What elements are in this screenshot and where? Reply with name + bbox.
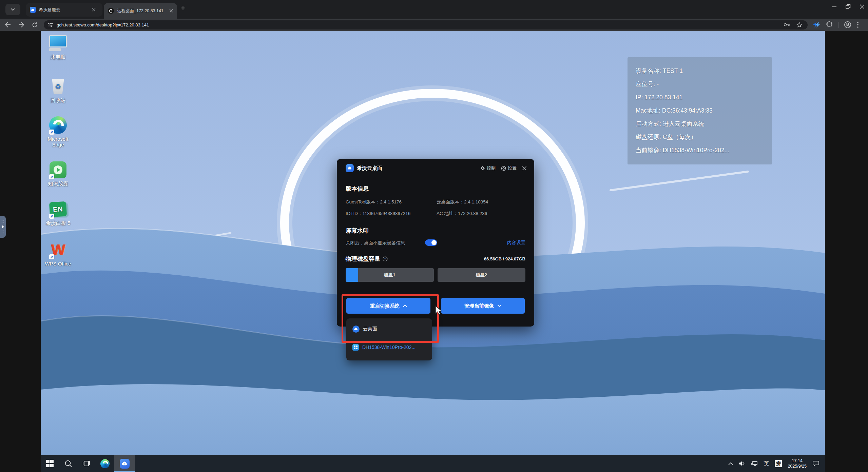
- taskbar-clock[interactable]: 17:14 2025/9/25: [788, 458, 807, 469]
- ime-mode-indicator[interactable]: 拼: [775, 460, 782, 467]
- desktop-icon-knowledge-capsule[interactable]: ↗ 知识胶囊: [43, 160, 73, 186]
- disk-restore: 磁盘还原: C盘（每次）: [636, 131, 764, 144]
- control-icon: [480, 166, 485, 171]
- help-icon[interactable]: ?: [383, 256, 388, 261]
- control-button[interactable]: 控制: [480, 165, 496, 171]
- search-button[interactable]: [59, 455, 77, 472]
- easinote-icon: EN↗: [49, 200, 67, 219]
- wps-icon: W↗: [49, 240, 67, 259]
- expand-arrow-icon: [1, 218, 5, 236]
- clock-time: 17:14: [788, 458, 807, 464]
- device-name: 设备名称: TEST-1: [636, 64, 764, 78]
- knowledge-capsule-icon: ↗: [49, 160, 67, 179]
- search-icon: [64, 460, 72, 468]
- action-center-icon[interactable]: [812, 460, 819, 467]
- site-settings-icon[interactable]: [48, 22, 53, 27]
- reload-button[interactable]: [32, 22, 38, 28]
- desktop-icon-easinote[interactable]: EN↗ 希沃白板 5: [43, 200, 73, 226]
- this-pc-icon: [49, 34, 67, 53]
- tab-search-button[interactable]: [5, 4, 20, 15]
- tab-remote-desktop[interactable]: 远程桌面_172.20.83.141: [104, 3, 177, 19]
- disk1-bar[interactable]: 磁盘1: [346, 268, 434, 282]
- tab-title: 希沃超能云: [39, 7, 90, 13]
- windows-logo-icon: [352, 344, 359, 351]
- icon-label: Microsoft Edge: [43, 136, 73, 148]
- cloud-desktop-version: 云桌面版本：2.4.1.10354: [437, 199, 488, 205]
- tab-title: 远程桌面_172.20.83.141: [117, 8, 167, 14]
- edge-icon: ↗: [49, 116, 67, 135]
- desktop-icon-recycle-bin[interactable]: ♻ 回收站: [43, 77, 73, 103]
- ac-address: AC 地址：172.20.88.236: [437, 211, 487, 217]
- network-display-icon[interactable]: [751, 461, 758, 466]
- dropdown-item-label: DH1538-Win10Pro-202...: [362, 345, 416, 350]
- close-dialog-icon[interactable]: [522, 166, 527, 171]
- watermark-toggle[interactable]: [425, 239, 437, 246]
- icon-label: 知识胶囊: [43, 181, 73, 186]
- chevron-down-icon: [497, 304, 501, 307]
- chevron-down-icon: [11, 7, 15, 12]
- content-settings-link[interactable]: 内容设置: [507, 240, 525, 246]
- iotid: IOTID：1189676594389897216: [346, 211, 410, 217]
- browser-menu-kebab-icon[interactable]: [857, 21, 859, 28]
- ime-language-indicator[interactable]: 英: [764, 460, 769, 467]
- desktop-icon-this-pc[interactable]: 此电脑: [43, 34, 73, 60]
- seat-number: 座位号: -: [636, 78, 764, 91]
- disk-heading: 物理磁盘容量: [346, 255, 380, 263]
- remote-desktop: 此电脑 ♻ 回收站 ↗ Microsoft Edge ↗ 知识胶囊 EN↗ 希沃…: [41, 31, 825, 472]
- seewo-cloud-app-icon: [120, 459, 130, 469]
- manage-current-image-button[interactable]: 管理当前镜像: [441, 298, 525, 314]
- clock-date: 2025/9/25: [788, 464, 807, 469]
- tab-close-icon[interactable]: [92, 7, 96, 13]
- tab-close-icon[interactable]: [169, 8, 173, 14]
- restore-button[interactable]: [846, 4, 851, 9]
- extensions-puzzle-icon[interactable]: [826, 21, 833, 28]
- tray-expand-chevron-icon[interactable]: [728, 462, 733, 465]
- disk1-used-fill: [346, 268, 358, 282]
- windows-taskbar: 英 拼 17:14 2025/9/25: [41, 455, 825, 472]
- url-text[interactable]: gch.test.seewo.com/desktop?ip=172.20.83.…: [57, 22, 784, 27]
- start-button[interactable]: [41, 455, 59, 472]
- current-image: 当前镜像: DH1538-Win10Pro-202...: [636, 144, 764, 157]
- new-tab-button[interactable]: [180, 5, 186, 12]
- guesttool-version: GuestTool版本：2.4.1.5176: [346, 199, 402, 205]
- task-view-icon: [82, 460, 91, 467]
- settings-button[interactable]: 设置: [501, 165, 517, 171]
- browser-tabstrip: 希沃超能云 远程桌面_172.20.83.141: [0, 0, 868, 19]
- desktop-icon-wps[interactable]: W↗ WPS Office: [43, 240, 73, 267]
- desktop-icon-edge[interactable]: ↗ Microsoft Edge: [43, 116, 73, 148]
- back-button[interactable]: [5, 22, 11, 27]
- svg-text:?: ?: [384, 257, 386, 261]
- bookmark-star-icon[interactable]: [796, 22, 802, 27]
- tab-seewo-cloud[interactable]: 希沃超能云: [26, 3, 102, 17]
- gear-icon: [501, 166, 506, 171]
- icon-label: 希沃白板 5: [43, 220, 73, 226]
- minimize-button[interactable]: [832, 4, 837, 9]
- edge-icon: [100, 459, 110, 468]
- ip-address: IP: 172.20.83.141: [636, 91, 764, 104]
- mouse-cursor: [435, 306, 442, 316]
- app-cloud-icon: [346, 164, 354, 172]
- volume-icon[interactable]: [739, 461, 745, 466]
- disk2-bar[interactable]: 磁盘2: [438, 268, 526, 282]
- close-window-button[interactable]: [860, 4, 865, 9]
- cloud-favicon-icon: [30, 7, 36, 13]
- url-bar[interactable]: gch.test.seewo.com/desktop?ip=172.20.83.…: [44, 20, 808, 29]
- passwords-key-icon[interactable]: [784, 23, 790, 27]
- recycle-bin-icon: ♻: [49, 77, 67, 96]
- disk-usage: 66.56GB / 924.07GB: [484, 256, 525, 261]
- icon-label: 此电脑: [43, 54, 73, 60]
- windows-start-icon: [46, 460, 54, 467]
- taskbar-edge-button[interactable]: [96, 455, 114, 472]
- dialog-title: 希沃云桌面: [357, 165, 382, 172]
- toolbar-separator: [838, 22, 838, 28]
- watermark-description: 关闭后，桌面不显示设备信息: [346, 240, 405, 246]
- browser-toolbar: gch.test.seewo.com/desktop?ip=172.20.83.…: [0, 19, 868, 31]
- taskbar-cloud-desktop-app-active[interactable]: [114, 455, 135, 472]
- toolbar-collapse-handle[interactable]: [0, 216, 6, 238]
- task-view-button[interactable]: [77, 455, 96, 472]
- forward-button[interactable]: [18, 22, 24, 27]
- extension-blue-arrow-icon[interactable]: [812, 21, 821, 28]
- icon-label: 回收站: [43, 97, 73, 103]
- profile-avatar-icon[interactable]: [844, 21, 851, 28]
- window-controls: [832, 4, 865, 9]
